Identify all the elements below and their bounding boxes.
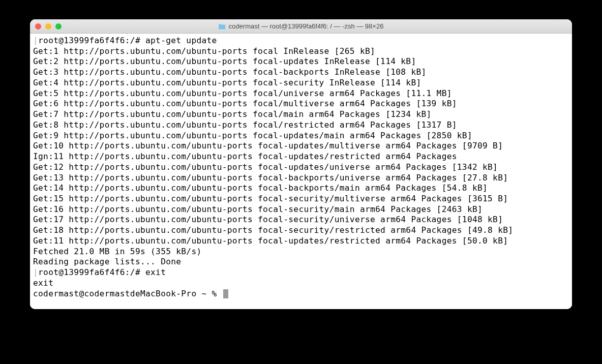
terminal-line: Get:11 http://ports.ubuntu.com/ubuntu-po… bbox=[33, 236, 569, 247]
terminal-text: Get:11 http://ports.ubuntu.com/ubuntu-po… bbox=[33, 236, 508, 246]
terminal-line: Get:8 http://ports.ubuntu.com/ubuntu-por… bbox=[33, 120, 569, 131]
terminal-line: Get:14 http://ports.ubuntu.com/ubuntu-po… bbox=[33, 183, 569, 194]
terminal-text: codermast@codermastdeMacBook-Pro ~ % bbox=[33, 289, 222, 298]
title-bar[interactable]: codermast — root@13999fa6f4f6: / — -zsh … bbox=[30, 19, 572, 34]
terminal-line: Get:13 http://ports.ubuntu.com/ubuntu-po… bbox=[33, 173, 569, 184]
terminal-text: Get:15 http://ports.ubuntu.com/ubuntu-po… bbox=[33, 194, 508, 203]
terminal-line: Get:6 http://ports.ubuntu.com/ubuntu-por… bbox=[33, 99, 569, 109]
terminal-line: Get:1 http://ports.ubuntu.com/ubuntu-por… bbox=[33, 46, 569, 57]
terminal-text: Get:6 http://ports.ubuntu.com/ubuntu-por… bbox=[33, 99, 457, 108]
terminal-line: Get:17 http://ports.ubuntu.com/ubuntu-po… bbox=[33, 215, 569, 225]
terminal-line: Get:3 http://ports.ubuntu.com/ubuntu-por… bbox=[33, 67, 569, 78]
terminal-text: Get:10 http://ports.ubuntu.com/ubuntu-po… bbox=[33, 141, 503, 150]
terminal-text: Get:13 http://ports.ubuntu.com/ubuntu-po… bbox=[33, 173, 508, 183]
terminal-line: |root@13999fa6f4f6:/# apt-get update bbox=[33, 36, 569, 46]
terminal-text: Fetched 21.0 MB in 59s (355 kB/s) bbox=[33, 247, 202, 256]
terminal-line: Get:15 http://ports.ubuntu.com/ubuntu-po… bbox=[33, 194, 569, 204]
terminal-text: Get:8 http://ports.ubuntu.com/ubuntu-por… bbox=[33, 120, 457, 130]
terminal-content[interactable]: |root@13999fa6f4f6:/# apt-get updateGet:… bbox=[30, 34, 572, 309]
terminal-text: root@13999fa6f4f6:/# exit bbox=[38, 267, 166, 277]
terminal-line: Ign:11 http://ports.ubuntu.com/ubuntu-po… bbox=[33, 151, 569, 162]
close-button[interactable] bbox=[35, 23, 41, 29]
minimize-button[interactable] bbox=[45, 23, 51, 29]
terminal-line: exit bbox=[33, 278, 569, 289]
terminal-text: Get:16 http://ports.ubuntu.com/ubuntu-po… bbox=[33, 204, 483, 214]
terminal-text: Get:9 http://ports.ubuntu.com/ubuntu-por… bbox=[33, 131, 472, 140]
terminal-text: Get:5 http://ports.ubuntu.com/ubuntu-por… bbox=[33, 88, 452, 98]
cursor-icon bbox=[223, 289, 228, 298]
prompt-caret-icon: | bbox=[33, 36, 38, 45]
terminal-line: Get:10 http://ports.ubuntu.com/ubuntu-po… bbox=[33, 141, 569, 151]
terminal-line: Get:16 http://ports.ubuntu.com/ubuntu-po… bbox=[33, 204, 569, 215]
window-title: codermast — root@13999fa6f4f6: / — -zsh … bbox=[219, 22, 384, 30]
terminal-text: Get:18 http://ports.ubuntu.com/ubuntu-po… bbox=[33, 225, 513, 235]
terminal-text: Get:7 http://ports.ubuntu.com/ubuntu-por… bbox=[33, 109, 432, 119]
terminal-line: |root@13999fa6f4f6:/# exit bbox=[33, 267, 569, 278]
terminal-text: Get:14 http://ports.ubuntu.com/ubuntu-po… bbox=[33, 183, 488, 193]
window-title-text: codermast — root@13999fa6f4f6: / — -zsh … bbox=[229, 22, 384, 30]
terminal-text: Ign:11 http://ports.ubuntu.com/ubuntu-po… bbox=[33, 151, 457, 161]
terminal-line: Get:2 http://ports.ubuntu.com/ubuntu-por… bbox=[33, 56, 569, 67]
terminal-text: Get:4 http://ports.ubuntu.com/ubuntu-por… bbox=[33, 78, 421, 87]
terminal-text: root@13999fa6f4f6:/# apt-get update bbox=[38, 36, 217, 45]
terminal-window: codermast — root@13999fa6f4f6: / — -zsh … bbox=[30, 19, 572, 309]
terminal-line: Get:9 http://ports.ubuntu.com/ubuntu-por… bbox=[33, 131, 569, 141]
terminal-line: Get:7 http://ports.ubuntu.com/ubuntu-por… bbox=[33, 109, 569, 120]
terminal-text: Get:17 http://ports.ubuntu.com/ubuntu-po… bbox=[33, 215, 503, 224]
folder-icon bbox=[219, 23, 226, 29]
terminal-line: Get:12 http://ports.ubuntu.com/ubuntu-po… bbox=[33, 162, 569, 173]
terminal-line: Get:4 http://ports.ubuntu.com/ubuntu-por… bbox=[33, 78, 569, 88]
terminal-text: Get:3 http://ports.ubuntu.com/ubuntu-por… bbox=[33, 67, 427, 77]
window-controls bbox=[35, 23, 62, 29]
terminal-text: Get:12 http://ports.ubuntu.com/ubuntu-po… bbox=[33, 162, 498, 172]
terminal-text: Reading package lists... Done bbox=[33, 257, 181, 266]
maximize-button[interactable] bbox=[55, 23, 62, 29]
prompt-caret-icon: | bbox=[33, 267, 38, 277]
terminal-line: codermast@codermastdeMacBook-Pro ~ % bbox=[33, 289, 569, 299]
terminal-line: Get:18 http://ports.ubuntu.com/ubuntu-po… bbox=[33, 225, 569, 236]
terminal-text: Get:2 http://ports.ubuntu.com/ubuntu-por… bbox=[33, 56, 416, 66]
terminal-line: Get:5 http://ports.ubuntu.com/ubuntu-por… bbox=[33, 88, 569, 99]
terminal-text: Get:1 http://ports.ubuntu.com/ubuntu-por… bbox=[33, 46, 375, 56]
terminal-line: Reading package lists... Done bbox=[33, 257, 569, 267]
terminal-text: exit bbox=[33, 278, 53, 288]
terminal-line: Fetched 21.0 MB in 59s (355 kB/s) bbox=[33, 247, 569, 257]
